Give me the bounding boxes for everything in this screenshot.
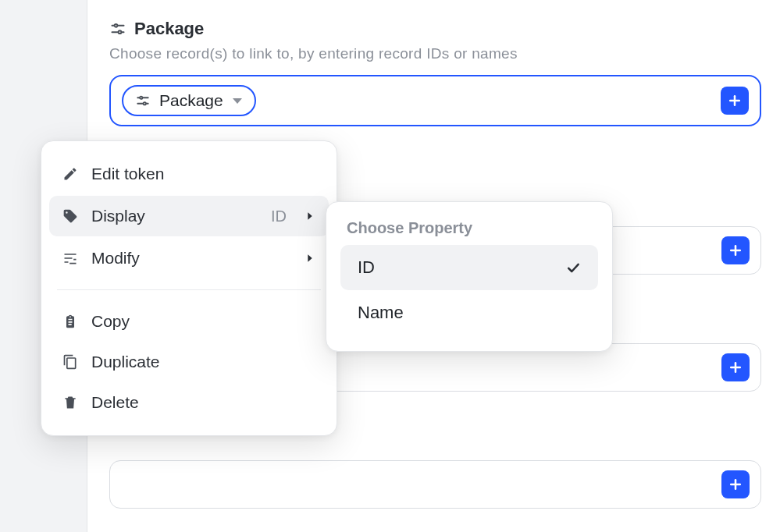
section-header: Package	[109, 19, 761, 39]
record-token[interactable]: Package	[122, 85, 256, 116]
menu-item-label: Modify	[91, 249, 140, 268]
svg-point-7	[144, 102, 146, 105]
adjust-icon	[62, 250, 79, 267]
section-hint: Choose record(s) to link to, by entering…	[109, 45, 761, 62]
add-button[interactable]	[721, 87, 749, 115]
menu-item-copy[interactable]: Copy	[41, 301, 337, 342]
menu-item-label: Delete	[91, 393, 139, 412]
menu-item-label: Display	[91, 207, 145, 225]
menu-item-edit-token[interactable]: Edit token	[41, 154, 337, 194]
check-icon	[565, 260, 581, 275]
sliders-icon	[109, 20, 126, 37]
duplicate-icon	[62, 353, 79, 371]
menu-item-label: Edit token	[91, 165, 164, 183]
chevron-right-icon	[304, 252, 316, 264]
menu-item-value: ID	[271, 207, 287, 225]
menu-divider	[57, 289, 321, 290]
menu-item-duplicate[interactable]: Duplicate	[41, 342, 337, 382]
submenu-item-label: ID	[358, 257, 375, 278]
add-button[interactable]	[721, 470, 750, 498]
submenu-title: Choose Property	[340, 219, 598, 245]
clipboard-icon	[62, 313, 79, 330]
record-link-field-placeholder[interactable]	[109, 460, 761, 509]
submenu-item-id[interactable]: ID	[340, 245, 598, 290]
add-button[interactable]	[721, 236, 750, 264]
section-title: Package	[134, 19, 204, 39]
menu-item-label: Duplicate	[91, 353, 160, 371]
svg-point-1	[115, 24, 118, 27]
trash-icon	[62, 394, 79, 411]
menu-item-label: Copy	[91, 312, 130, 331]
token-label: Package	[159, 91, 223, 110]
record-link-field[interactable]: Package	[109, 75, 761, 126]
svg-point-3	[119, 30, 122, 34]
submenu-item-label: Name	[358, 303, 404, 323]
svg-point-5	[140, 97, 142, 99]
menu-item-modify[interactable]: Modify	[41, 238, 337, 278]
tag-icon	[62, 207, 79, 225]
main-content: Package Choose record(s) to link to, by …	[87, 0, 780, 532]
display-property-submenu: Choose Property ID Name	[326, 201, 613, 352]
menu-item-display[interactable]: Display ID	[49, 196, 329, 236]
sliders-icon	[134, 92, 151, 109]
pencil-icon	[62, 165, 79, 183]
menu-item-delete[interactable]: Delete	[41, 382, 337, 423]
caret-down-icon	[233, 98, 242, 104]
token-context-menu: Edit token Display ID Modify	[41, 140, 337, 436]
add-button[interactable]	[721, 353, 750, 381]
chevron-right-icon	[304, 210, 316, 222]
submenu-item-name[interactable]: Name	[340, 290, 598, 335]
